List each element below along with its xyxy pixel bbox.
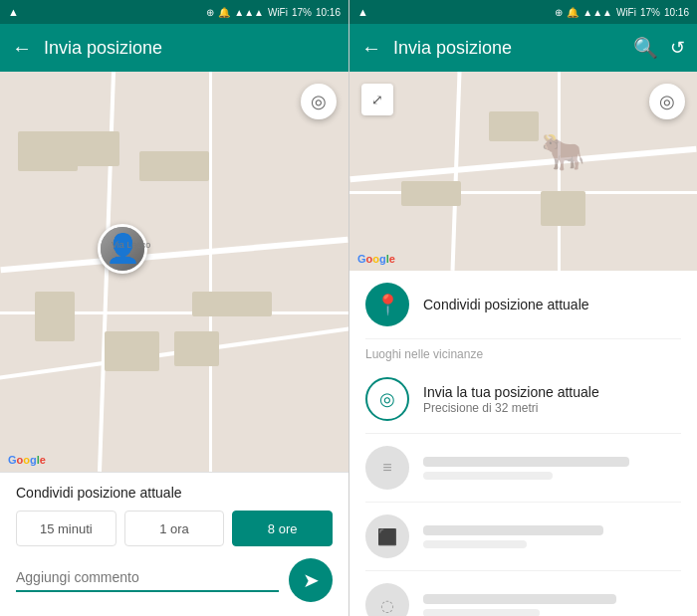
map-block-2 <box>70 131 119 166</box>
share-live-icon-circle: 📍 <box>365 283 409 326</box>
map-block-7 <box>192 292 272 316</box>
nearby-3-bar-2 <box>423 609 540 617</box>
comment-input[interactable] <box>16 569 279 585</box>
nearby-section-header: Luoghi nelle vicinanze <box>349 339 697 365</box>
time-left: 10:16 <box>316 7 341 18</box>
comment-row: ➤ <box>16 558 333 602</box>
list-item-send-current[interactable]: ◎ Invia la tua posizione attuale Precisi… <box>349 365 697 433</box>
send-current-icon-circle: ◎ <box>365 377 409 421</box>
nearby-1-bar-2 <box>423 472 553 480</box>
share-location-title: Condividi posizione attuale <box>16 485 333 501</box>
share-live-title: Condividi posizione attuale <box>423 297 681 312</box>
nearby-3-icon-circle: ◌ <box>365 583 409 616</box>
status-icons-left: ▲ <box>8 6 19 18</box>
sound-icon-r: 🔔 <box>567 7 579 18</box>
road-h1 <box>0 237 348 273</box>
location-fab-left[interactable]: ◎ <box>301 84 337 119</box>
map-block-r2 <box>401 181 461 206</box>
status-icons-right-left: ▲ <box>357 6 368 18</box>
nearby-1-text <box>423 457 681 480</box>
map-block-1 <box>18 131 78 171</box>
location-fab-icon-r: ◎ <box>659 91 675 112</box>
right-panel: ▲ ⊕ 🔔 ▲▲▲ WiFi 17% 10:16 ← Invia posizio… <box>348 0 697 616</box>
send-current-text: Invia la tua posizione attuale Precision… <box>423 384 681 415</box>
search-icon[interactable]: 🔍 <box>633 36 658 60</box>
signal-icon: ▲▲▲ <box>234 7 264 18</box>
list-item-share-live[interactable]: 📍 Condividi posizione attuale <box>349 271 697 338</box>
wifi-icon: WiFi <box>268 7 288 18</box>
back-button-right[interactable]: ← <box>361 37 381 60</box>
status-icons-right: ⊕ 🔔 ▲▲▲ WiFi 17% 10:16 <box>206 7 341 18</box>
status-bar-right: ▲ ⊕ 🔔 ▲▲▲ WiFi 17% 10:16 <box>349 0 697 24</box>
map-right: 🐂 ⤢ ◎ Google <box>349 72 697 271</box>
status-bar-left: ▲ ⊕ 🔔 ▲▲▲ WiFi 17% 10:16 <box>0 0 348 24</box>
send-button[interactable]: ➤ <box>289 558 333 602</box>
send-icon: ➤ <box>303 568 320 592</box>
road-hr1 <box>349 146 696 182</box>
bottom-panel-left: Condividi posizione attuale 15 minuti 1 … <box>0 472 348 616</box>
nearby-3-bar <box>423 594 616 604</box>
nearby-2-bar <box>423 525 603 535</box>
time-buttons-group: 15 minuti 1 ora 8 ore <box>16 511 333 546</box>
map-street-label: Via Lecco <box>112 240 150 250</box>
nearby-1-bar <box>423 457 629 467</box>
send-current-subtitle: Precisione di 32 metri <box>423 401 681 415</box>
location-fab-icon: ◎ <box>311 91 327 112</box>
map-left: 👤 Via Lecco ◎ Google <box>0 72 348 472</box>
nearby-2-icon: ⬛ <box>377 527 397 546</box>
send-current-title: Invia la tua posizione attuale <box>423 384 681 400</box>
location-status-icon-r: ⊕ <box>555 7 563 18</box>
nearby-2-text <box>423 525 681 548</box>
location-list: 📍 Condividi posizione attuale Luoghi nel… <box>349 271 697 616</box>
toolbar-title-right: Invia posizione <box>393 38 621 59</box>
list-item-nearby-1[interactable]: ≡ <box>349 434 697 502</box>
map-block-r3 <box>541 191 585 226</box>
send-current-icon: ◎ <box>379 388 395 410</box>
google-logo-left: Google <box>8 454 46 466</box>
road-v2 <box>209 72 212 472</box>
sim-icon: ▲ <box>8 6 19 18</box>
map-block-r1 <box>489 111 539 141</box>
map-block-4 <box>35 292 75 341</box>
battery-right: 17% <box>640 7 660 18</box>
location-status-icon: ⊕ <box>206 7 214 18</box>
toolbar-right: ← Invia posizione 🔍 ↺ <box>349 24 697 72</box>
expand-map-icon: ⤢ <box>371 92 383 107</box>
refresh-icon[interactable]: ↺ <box>670 37 685 59</box>
map-block-5 <box>105 331 159 371</box>
nearby-3-icon: ◌ <box>380 596 394 615</box>
time-btn-8h[interactable]: 8 ore <box>232 511 333 546</box>
map-block-6 <box>174 331 219 366</box>
google-logo-right: Google <box>357 253 395 265</box>
share-live-icon: 📍 <box>375 293 400 316</box>
nearby-3-text <box>423 594 681 617</box>
time-btn-1h[interactable]: 1 ora <box>124 511 225 546</box>
left-panel: ▲ ⊕ 🔔 ▲▲▲ WiFi 17% 10:16 ← Invia posizio… <box>0 0 348 616</box>
time-btn-15min[interactable]: 15 minuti <box>16 511 116 546</box>
map-block-3 <box>139 151 209 181</box>
status-icons-right-right: ⊕ 🔔 ▲▲▲ WiFi 17% 10:16 <box>555 7 689 18</box>
sim-icon-right: ▲ <box>357 6 368 18</box>
location-fab-right[interactable]: ◎ <box>649 84 685 119</box>
map-overlay-icon: 🐂 <box>541 131 585 173</box>
nearby-2-bar-2 <box>423 540 527 548</box>
nearby-1-icon-circle: ≡ <box>365 446 409 490</box>
toolbar-title-left: Invia posizione <box>44 38 337 59</box>
share-live-text: Condividi posizione attuale <box>423 297 681 312</box>
time-right: 10:16 <box>664 7 689 18</box>
sound-icon: 🔔 <box>218 7 230 18</box>
signal-icon-r: ▲▲▲ <box>582 7 612 18</box>
toolbar-left: ← Invia posizione <box>0 24 348 72</box>
back-button-left[interactable]: ← <box>12 37 32 60</box>
nearby-2-icon-circle: ⬛ <box>365 514 409 558</box>
nearby-1-icon: ≡ <box>382 459 391 477</box>
list-item-nearby-3[interactable]: ◌ <box>349 571 697 616</box>
expand-map-button[interactable]: ⤢ <box>361 84 393 115</box>
battery-left: 17% <box>292 7 312 18</box>
comment-input-wrap <box>16 568 279 592</box>
list-item-nearby-2[interactable]: ⬛ <box>349 503 697 570</box>
wifi-icon-r: WiFi <box>616 7 636 18</box>
